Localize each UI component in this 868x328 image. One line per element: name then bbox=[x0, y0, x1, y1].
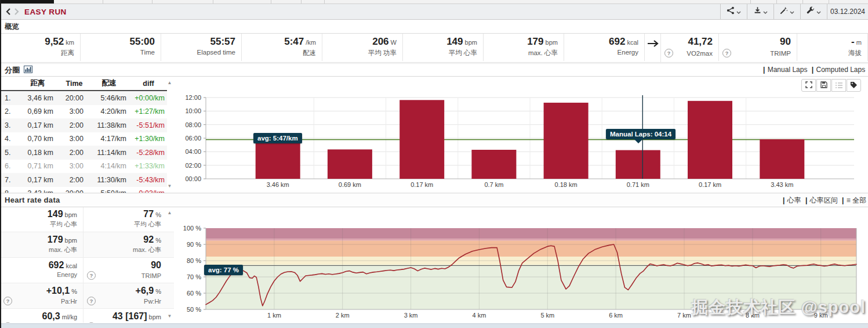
chevron-down-icon bbox=[816, 6, 821, 17]
fullscreen-button[interactable] bbox=[801, 79, 816, 92]
hr-stat-Pw:Hr: +6,9 %?Pw:Hr bbox=[83, 283, 167, 308]
back-chevron-icon[interactable] bbox=[6, 8, 11, 15]
watermark: 掘金技术社区 @spool bbox=[691, 296, 866, 319]
scroll-down-arrow-icon[interactable]: ▼ bbox=[166, 183, 173, 189]
lap-row: 5.0,18 km2:0011:14/km-5:28/km bbox=[0, 146, 167, 160]
svg-text:60 %: 60 % bbox=[187, 290, 201, 297]
laps-col-header: diff bbox=[130, 77, 167, 91]
overview-stat-max. 心率: 179 bpmmax. 心率 bbox=[484, 34, 564, 61]
svg-text:3.43 km: 3.43 km bbox=[771, 181, 793, 188]
overview-stat-Elapsed time: 55:57Elapsed time bbox=[161, 34, 242, 61]
hr-stat-max. 心率: 179 bpmmax. 心率 bbox=[0, 232, 83, 257]
laps-table-panel: 距离Time配速diff1.3,46 km20:005:46/km+0:00/k… bbox=[0, 77, 174, 193]
tab-computed-laps[interactable]: Computed Laps bbox=[812, 66, 865, 74]
overview-stat-配速: 5:47 /km配速 bbox=[242, 34, 322, 61]
laps-section-header: 分圈 Manual Laps Computed Laps bbox=[0, 63, 868, 76]
window-left-edge bbox=[0, 0, 1, 328]
hr-stat-Peak Epoc: 60,3 ml/kg?Peak Epoc bbox=[0, 309, 83, 323]
svg-text:00:00: 00:00 bbox=[185, 175, 201, 182]
svg-text:0.7 km: 0.7 km bbox=[484, 181, 503, 188]
scroll-up-arrow-icon[interactable]: ▲ bbox=[166, 80, 173, 86]
svg-text:0.17 km: 0.17 km bbox=[699, 181, 721, 188]
top-cells-strip bbox=[0, 0, 868, 4]
lap-row: 7.0,17 km2:0011:30/km-5:43/km bbox=[0, 173, 167, 187]
svg-text:04:00: 04:00 bbox=[185, 148, 201, 155]
chevron-down-icon bbox=[736, 6, 741, 17]
hr-stat-TRIMP: 90?TRIMP bbox=[83, 258, 167, 283]
lap-tooltip-label: Manual Laps: bbox=[610, 131, 655, 138]
link-hr-zones[interactable]: 心率区间 bbox=[805, 196, 838, 204]
help-icon[interactable]: ? bbox=[722, 49, 731, 57]
help-icon[interactable]: ? bbox=[664, 49, 673, 57]
activity-date[interactable]: 03.12.2024 bbox=[827, 4, 868, 19]
laps-scrollbar[interactable]: ▲ ▼ bbox=[166, 79, 173, 190]
pace-avg-badge: avg: 5:47/km bbox=[253, 133, 302, 143]
svg-text:100 %: 100 % bbox=[183, 225, 201, 232]
expand-icon bbox=[805, 80, 812, 91]
forward-chevron-icon[interactable] bbox=[14, 8, 19, 15]
hr-stat-Pa:Hr: +10,1 %?Pa:Hr bbox=[0, 283, 83, 308]
svg-text:90 %: 90 % bbox=[187, 241, 201, 248]
svg-text:7 km: 7 km bbox=[677, 312, 691, 319]
disk-icon bbox=[820, 80, 827, 91]
chevron-down-icon bbox=[763, 6, 768, 17]
bar-chart-icon bbox=[24, 65, 32, 75]
hr-stat-平均 心率: 149 bpm平均 心率 bbox=[0, 207, 83, 232]
title-bar: EASY RUN 03.12.2024 bbox=[0, 4, 868, 20]
download-button[interactable] bbox=[747, 4, 773, 19]
scroll-up-arrow-icon[interactable]: ▲ bbox=[166, 210, 173, 216]
hr-section-label: Heart rate data bbox=[5, 196, 60, 204]
overview-stat-距离: 9,52 km距离 bbox=[0, 34, 81, 61]
magic-wand-icon bbox=[780, 6, 788, 17]
svg-text:12:00: 12:00 bbox=[185, 94, 201, 101]
hr-stat-Energy: 692 kcalEnergy bbox=[0, 258, 83, 283]
save-image-button[interactable] bbox=[816, 79, 831, 92]
arrow-right-icon[interactable] bbox=[645, 34, 661, 62]
tools-button[interactable] bbox=[773, 4, 800, 19]
help-icon[interactable]: ? bbox=[3, 322, 12, 323]
laps-col-header: 配速 bbox=[88, 77, 130, 91]
help-icon[interactable]: ? bbox=[87, 297, 96, 305]
svg-text:1 km: 1 km bbox=[267, 312, 281, 319]
svg-text:0.17 km: 0.17 km bbox=[411, 181, 433, 188]
overview-stat-Energy: 692 kcalEnergy bbox=[564, 34, 645, 61]
hr-stats-panel: 149 bpm平均 心率77 %平均 心率179 bpmmax. 心率92 %m… bbox=[0, 207, 174, 323]
help-icon[interactable]: ? bbox=[87, 271, 96, 280]
tag-button[interactable] bbox=[847, 79, 861, 92]
tag-icon bbox=[850, 80, 858, 91]
svg-text:0.69 km: 0.69 km bbox=[339, 181, 361, 188]
list-icon bbox=[836, 80, 842, 91]
svg-text:3.46 km: 3.46 km bbox=[267, 181, 289, 188]
lap-row: 2.0,69 km3:004:20/km+1:27/km bbox=[0, 105, 167, 119]
hr-stat-max. Heart rate: 43 [167] bpm?max. Heart rate bbox=[83, 309, 167, 323]
laps-table: 距离Time配速diff1.3,46 km20:005:46/km+0:00/k… bbox=[0, 77, 167, 193]
help-icon[interactable]: ? bbox=[3, 297, 12, 305]
scroll-down-arrow-icon[interactable]: ▼ bbox=[166, 313, 173, 319]
laps-col-header: Time bbox=[60, 77, 88, 91]
share-button[interactable] bbox=[720, 4, 747, 19]
svg-text:50 %: 50 % bbox=[187, 306, 201, 313]
help-icon[interactable]: ? bbox=[87, 322, 96, 323]
hr-avg-badge: avg: 77 % bbox=[204, 265, 243, 275]
active-cell-marker bbox=[0, 0, 54, 3]
hr-section-header: Heart rate data 心率 心率区间 ≡ 全部 bbox=[0, 193, 868, 207]
share-icon bbox=[727, 6, 735, 17]
hr-stats-scrollbar[interactable]: ▲ ▼ bbox=[166, 209, 173, 320]
list-view-button[interactable] bbox=[831, 79, 846, 92]
link-heart-rate[interactable]: 心率 bbox=[783, 196, 801, 204]
svg-text:4 km: 4 km bbox=[472, 312, 486, 319]
lap-row: 8.3,43 km20:005:50/km-0:03/km bbox=[0, 187, 167, 193]
download-icon bbox=[754, 6, 761, 17]
svg-text:6 km: 6 km bbox=[609, 312, 623, 319]
overview-stat-Time: 55:00Time bbox=[81, 34, 161, 61]
laps-col-header bbox=[0, 77, 15, 91]
lap-row: 6.0,71 km3:004:14/km+1:33/km bbox=[0, 160, 167, 174]
settings-button[interactable] bbox=[800, 4, 827, 19]
link-all[interactable]: ≡ 全部 bbox=[842, 196, 866, 204]
pace-chart-panel: 00:0002:0004:0006:0008:0010:0012:003.46 … bbox=[174, 77, 868, 193]
tab-manual-laps[interactable]: Manual Laps bbox=[763, 66, 807, 74]
chart-toolbar bbox=[801, 79, 861, 92]
hr-stat-max. 心率: 92 %max. 心率 bbox=[83, 232, 167, 257]
lap-row: 3.0,17 km2:0011:38/km-5:51/km bbox=[0, 118, 167, 132]
lap-tooltip: Manual Laps: 04:14 bbox=[606, 129, 675, 139]
